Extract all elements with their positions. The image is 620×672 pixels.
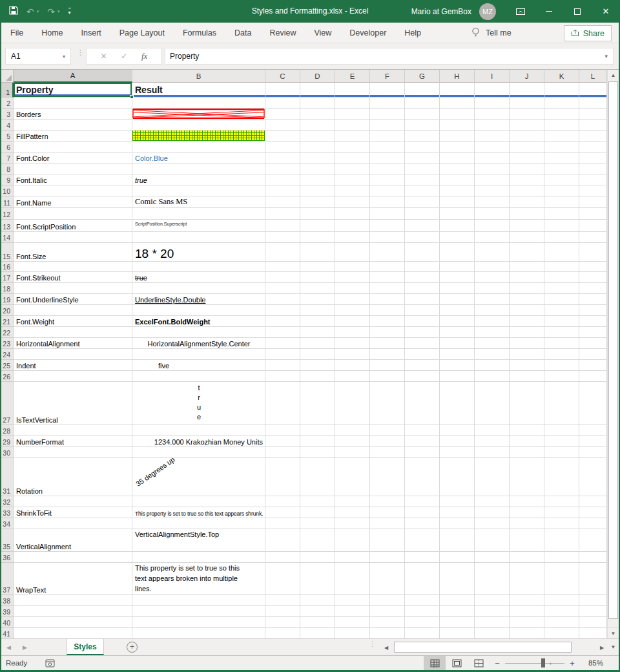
- cell-D17[interactable]: [300, 272, 335, 283]
- cell-K18[interactable]: [544, 283, 579, 294]
- column-header-G[interactable]: G: [405, 70, 440, 83]
- cell-A1[interactable]: Property: [14, 83, 132, 98]
- cell-E4[interactable]: [335, 120, 370, 131]
- cell-B32[interactable]: [132, 496, 265, 507]
- cell-I20[interactable]: [475, 305, 510, 316]
- cell-C21[interactable]: [265, 316, 300, 327]
- cell-B12[interactable]: [132, 208, 265, 220]
- cell-F19[interactable]: [370, 294, 405, 305]
- cell-A23[interactable]: HorizontalAlignment: [14, 338, 132, 349]
- cell-I40[interactable]: [475, 617, 510, 628]
- cell-G6[interactable]: [405, 142, 440, 152]
- vertical-scrollbar[interactable]: ▲ ▼: [607, 70, 619, 638]
- cell-B34[interactable]: [132, 518, 265, 529]
- zoom-out-icon[interactable]: −: [490, 658, 505, 668]
- cell-A18[interactable]: [14, 283, 132, 294]
- cell-J6[interactable]: [510, 142, 544, 152]
- row-header-9[interactable]: 9: [0, 174, 14, 185]
- cell-K8[interactable]: [544, 163, 579, 174]
- cell-E20[interactable]: [335, 305, 370, 316]
- cell-A7[interactable]: Font.Color: [14, 152, 132, 163]
- row-header-12[interactable]: 12: [0, 208, 14, 220]
- cell-L37[interactable]: [579, 563, 607, 595]
- tab-help[interactable]: Help: [395, 23, 430, 43]
- cell-G17[interactable]: [405, 272, 440, 283]
- cell-D26[interactable]: [300, 371, 335, 382]
- cell-C5[interactable]: [265, 131, 300, 142]
- cell-A6[interactable]: [14, 142, 132, 152]
- cell-I2[interactable]: [475, 98, 510, 109]
- cell-C19[interactable]: [265, 294, 300, 305]
- cell-D10[interactable]: [300, 185, 335, 196]
- cell-J18[interactable]: [510, 283, 544, 294]
- cell-I5[interactable]: [475, 131, 510, 142]
- confirm-entry-icon[interactable]: ✓: [121, 52, 127, 61]
- cell-G9[interactable]: [405, 174, 440, 185]
- next-sheet-icon[interactable]: ▶: [23, 644, 27, 651]
- cell-H39[interactable]: [440, 606, 475, 617]
- cell-B25[interactable]: five: [132, 360, 265, 371]
- tab-data[interactable]: Data: [225, 23, 260, 43]
- selection-fill-handle[interactable]: [130, 95, 134, 99]
- cell-G8[interactable]: [405, 163, 440, 174]
- cell-B20[interactable]: [132, 305, 265, 316]
- cell-H28[interactable]: [440, 425, 475, 436]
- cell-I21[interactable]: [475, 316, 510, 327]
- cell-G19[interactable]: [405, 294, 440, 305]
- cell-I34[interactable]: [475, 518, 510, 529]
- cell-J34[interactable]: [510, 518, 544, 529]
- cell-I27[interactable]: [475, 382, 510, 425]
- cell-H27[interactable]: [440, 382, 475, 425]
- cell-G37[interactable]: [405, 563, 440, 595]
- cell-C4[interactable]: [265, 120, 300, 131]
- column-header-H[interactable]: H: [440, 70, 475, 83]
- row-header-13[interactable]: 13: [0, 220, 14, 232]
- cell-E22[interactable]: [335, 327, 370, 338]
- cell-K16[interactable]: [544, 262, 579, 272]
- cell-E41[interactable]: [335, 628, 370, 639]
- cell-G15[interactable]: [405, 243, 440, 262]
- cell-B38[interactable]: [132, 595, 265, 606]
- cell-I12[interactable]: [475, 208, 510, 220]
- cell-I36[interactable]: [475, 552, 510, 563]
- cancel-entry-icon[interactable]: ✕: [101, 52, 107, 61]
- cell-C22[interactable]: [265, 327, 300, 338]
- cell-A22[interactable]: [14, 327, 132, 338]
- cell-I35[interactable]: [475, 529, 510, 552]
- cell-E35[interactable]: [335, 529, 370, 552]
- column-header-E[interactable]: E: [335, 70, 370, 83]
- cell-H2[interactable]: [440, 98, 475, 109]
- cell-I17[interactable]: [475, 272, 510, 283]
- cell-C1[interactable]: [265, 83, 300, 98]
- select-all-button[interactable]: [0, 70, 14, 83]
- cell-C17[interactable]: [265, 272, 300, 283]
- cell-G10[interactable]: [405, 185, 440, 196]
- cell-G28[interactable]: [405, 425, 440, 436]
- cell-J37[interactable]: [510, 563, 544, 595]
- cell-G29[interactable]: [405, 436, 440, 447]
- cell-B19[interactable]: UnderlineStyle.Double: [132, 294, 265, 305]
- cell-K20[interactable]: [544, 305, 579, 316]
- cell-J41[interactable]: [510, 628, 544, 639]
- cell-B10[interactable]: [132, 185, 265, 196]
- cell-I30[interactable]: [475, 447, 510, 458]
- row-header-16[interactable]: 16: [0, 262, 14, 272]
- cell-J8[interactable]: [510, 163, 544, 174]
- cell-G20[interactable]: [405, 305, 440, 316]
- cell-L10[interactable]: [579, 185, 607, 196]
- cell-B40[interactable]: [132, 617, 265, 628]
- cell-F28[interactable]: [370, 425, 405, 436]
- cell-B24[interactable]: [132, 349, 265, 360]
- zoom-in-icon[interactable]: +: [564, 658, 580, 668]
- cell-A8[interactable]: [14, 163, 132, 174]
- column-header-D[interactable]: D: [300, 70, 335, 83]
- cell-K1[interactable]: [544, 83, 579, 98]
- normal-view-icon[interactable]: [424, 656, 446, 670]
- cell-G3[interactable]: [405, 109, 440, 120]
- horizontal-scrollbar-thumb[interactable]: [394, 642, 572, 653]
- cell-F4[interactable]: [370, 120, 405, 131]
- cell-I38[interactable]: [475, 595, 510, 606]
- cell-K15[interactable]: [544, 243, 579, 262]
- row-header-5[interactable]: 5: [0, 131, 14, 142]
- cell-I13[interactable]: [475, 220, 510, 232]
